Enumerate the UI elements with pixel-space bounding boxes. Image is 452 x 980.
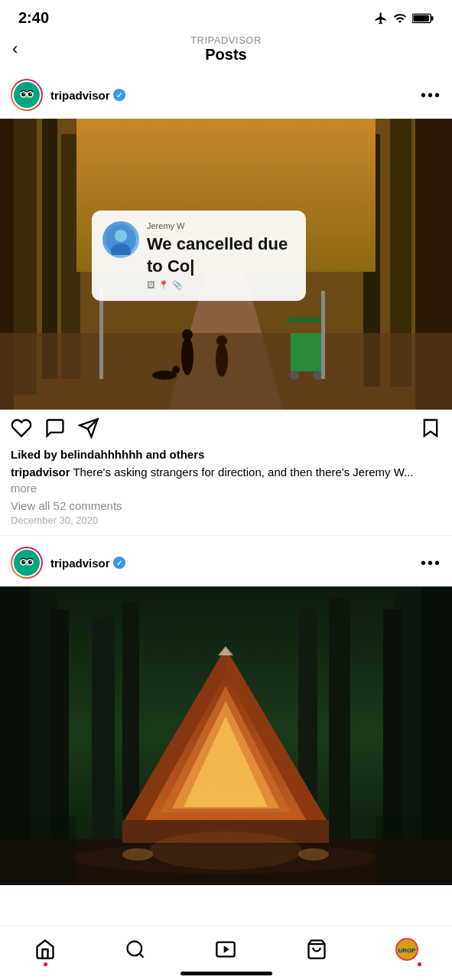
svg-rect-35 [321,291,325,379]
post-2: tripadvisor ✓ ••• [0,539,452,886]
svg-point-29 [172,366,180,374]
search-icon [125,939,146,960]
post-1-header-left: tripadvisor ✓ [11,79,125,111]
home-indicator [180,972,272,975]
likes-prefix: Liked by [11,448,60,461]
svg-rect-2 [413,15,429,21]
svg-rect-76 [376,816,452,885]
share-button-1[interactable] [78,417,99,439]
username-row-1: tripadvisor ✓ [50,89,125,102]
cabin-scene-svg [0,586,452,885]
svg-point-37 [115,230,127,242]
nav-search[interactable] [116,934,154,965]
profile-active-dot [418,962,421,966]
bookmark-button-1[interactable] [420,417,441,439]
action-bar-left [11,417,99,439]
post-card-name: Jeremy W [147,221,292,230]
airplane-icon [374,11,388,25]
svg-point-24 [181,337,193,375]
verified-badge-2: ✓ [113,557,125,569]
home-active-dot [44,962,47,966]
avatar-wrapper-2[interactable] [11,547,43,579]
svg-point-72 [122,848,153,861]
svg-marker-41 [424,420,437,436]
back-button[interactable]: ‹ [12,39,18,59]
tripadvisor-logo-1 [17,85,37,105]
caption-username[interactable]: tripadvisor [11,466,70,479]
svg-point-9 [30,93,31,94]
svg-point-6 [21,93,25,96]
svg-rect-58 [92,617,115,847]
nav-profile[interactable]: EUROPA [388,934,426,965]
avatar-wrapper-1[interactable] [11,79,43,111]
nav-video[interactable] [206,934,245,965]
svg-point-73 [298,848,329,861]
like-button-1[interactable] [11,417,32,439]
post-card: Jeremy W We cancelled due to Co| 🖼 📍 📎 [92,211,306,301]
username-1[interactable]: tripadvisor [50,89,110,102]
video-icon [215,939,236,960]
card-icon-3: 📎 [172,280,183,290]
svg-point-32 [313,371,322,380]
shopping-icon [306,939,327,960]
home-icon [34,939,56,960]
status-icons [374,11,434,25]
header-titles: TRIPADVISOR Posts [190,34,262,64]
more-options-1[interactable]: ••• [421,87,441,103]
post-card-avatar [102,221,139,258]
likes-others[interactable]: others [170,448,205,461]
header: ‹ TRIPADVISOR Posts [0,30,452,71]
status-bar: 2:40 [0,0,452,30]
post-card-text: We cancelled due to Co| [147,234,292,277]
likes-bold[interactable]: belindahhhhhh [60,448,142,461]
header-title: Posts [190,46,262,64]
svg-marker-80 [224,946,229,952]
post-1-date: December 30, 2020 [11,514,441,526]
avatar-inner-2 [14,550,40,576]
battery-icon [412,12,434,24]
view-comments-1[interactable]: View all 52 comments [11,499,441,512]
svg-rect-33 [287,318,325,322]
svg-point-48 [30,560,31,562]
tripadvisor-logo-2 [17,553,37,573]
more-options-2[interactable]: ••• [421,555,441,570]
username-row-2: tripadvisor ✓ [50,557,125,570]
status-time: 2:40 [18,9,49,27]
svg-rect-61 [329,598,350,866]
svg-rect-30 [291,333,321,371]
post-2-header: tripadvisor ✓ ••• [0,539,452,586]
svg-rect-75 [0,816,76,885]
post-card-content: Jeremy W We cancelled due to Co| 🖼 📍 📎 [147,221,292,290]
svg-point-25 [182,329,193,340]
svg-point-31 [290,371,299,380]
avatar-inner-1 [14,82,40,108]
svg-point-46 [28,560,32,564]
svg-point-77 [128,942,142,956]
post-1-caption: Liked by belindahhhhhh and others tripad… [0,446,452,535]
post-1: tripadvisor ✓ ••• [0,71,452,536]
svg-point-47 [24,560,25,562]
likes-suffix: and [143,448,170,461]
card-icon-2: 📍 [158,280,169,290]
caption-more[interactable]: more [11,482,37,495]
profile-icon: EUROPA [395,938,418,961]
username-2[interactable]: tripadvisor [50,557,110,570]
card-icon-1: 🖼 [147,280,155,290]
nav-home[interactable] [26,934,64,965]
svg-text:EUROPA: EUROPA [398,947,415,954]
svg-point-7 [28,93,32,96]
comment-button-1[interactable] [44,417,66,439]
svg-point-74 [149,831,302,870]
wifi-icon [392,11,408,25]
post-2-header-left: tripadvisor ✓ [11,547,125,579]
verified-badge-1: ✓ [113,89,125,101]
caption-text: There's asking strangers for direction, … [70,466,414,479]
likes-row: Liked by belindahhhhhh and others [11,448,441,461]
post-1-action-bar [0,410,452,446]
svg-point-45 [21,560,25,564]
header-subtitle: TRIPADVISOR [190,34,262,46]
svg-line-78 [140,953,144,957]
post-1-image: Jeremy W We cancelled due to Co| 🖼 📍 📎 [0,119,452,410]
nav-shopping[interactable] [298,934,336,965]
post-1-header: tripadvisor ✓ ••• [0,71,452,119]
